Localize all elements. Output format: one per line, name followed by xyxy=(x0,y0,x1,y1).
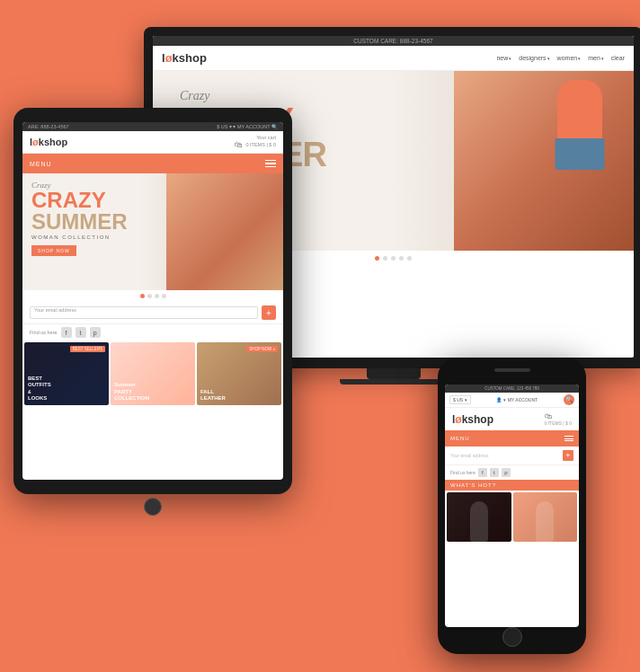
figure-top xyxy=(557,80,602,143)
tablet-hamburger-icon[interactable] xyxy=(265,160,276,168)
dot-2[interactable] xyxy=(383,256,387,261)
desktop-stand xyxy=(367,368,421,379)
product-1-label: BESTOUTFITS&LOOKS xyxy=(28,376,51,402)
phone-product-2-figure xyxy=(513,492,578,542)
product-3-label: FALLLEATHER xyxy=(200,389,226,402)
figure-silhouette-2 xyxy=(536,501,554,542)
nav-new[interactable]: new ▾ xyxy=(496,55,511,61)
facebook-icon[interactable]: f xyxy=(61,327,72,338)
tablet-nav: løkshop Your cart 🛍 0 ITEMS | $ 0 xyxy=(22,131,283,154)
phone-whats-hot: WHAT'S HOT? xyxy=(445,480,579,491)
tablet-subscribe-button[interactable]: + xyxy=(262,305,276,320)
desktop-figure xyxy=(544,80,616,242)
phone-find-us: Find us here f t p xyxy=(445,465,579,480)
phone-products-grid xyxy=(445,491,579,544)
phone-menu-label[interactable]: MENU xyxy=(450,436,470,441)
phone-cart-icon[interactable]: 🛍 xyxy=(545,412,572,420)
figure-shorts xyxy=(556,138,605,170)
tablet-hero: Crazy CRAZY SUMMER WOMAN COLLECTION SHOP… xyxy=(22,173,283,290)
phone-util-bar: $ US ▾ 👤 ▾ MY ACCOUNT 🔍 xyxy=(445,393,579,408)
nav-women[interactable]: women ▾ xyxy=(557,55,582,61)
tablet-cart: Your cart 🛍 0 ITEMS | $ 0 xyxy=(235,135,276,149)
nav-designers[interactable]: designers ▾ xyxy=(519,55,549,61)
phone-screen: CUSTOM CARE: 123 456 789 $ US ▾ 👤 ▾ MY A… xyxy=(445,385,579,627)
tablet-home-button[interactable] xyxy=(144,498,162,516)
phone-twitter-icon[interactable]: t xyxy=(490,468,499,477)
tablet-product-1[interactable]: BESTOUTFITS&LOOKS BEST SELLERS xyxy=(24,342,109,405)
desktop-base xyxy=(340,379,448,385)
phone-logo-row: løkshop 🛍 0 ITEMS | $ 0 xyxy=(445,408,579,430)
desktop-top-bar: CUSTOM CARE: 888-23-4567 xyxy=(153,36,634,46)
tablet-top-bar-left: ARE: 888-23-4567 xyxy=(28,124,69,129)
tablet-carousel-dots xyxy=(22,290,283,302)
tablet-newsletter: Your email address + xyxy=(22,302,283,324)
phone-speaker xyxy=(494,368,530,372)
pinterest-icon[interactable]: p xyxy=(90,327,101,338)
scene: CUSTOM CARE: 888-23-4567 løkshop new ▾ d… xyxy=(0,0,640,672)
tablet-frame: ARE: 888-23-4567 $ US ▾ ▾ MY ACCOUNT 🔍 l… xyxy=(13,108,292,494)
phone-menu-bar: MENU xyxy=(445,430,579,447)
phone-pinterest-icon[interactable]: p xyxy=(502,468,511,477)
phone-hamburger-icon[interactable] xyxy=(564,436,573,441)
tablet-product-3[interactable]: FALLLEATHER SHOP NOW » xyxy=(197,342,281,405)
tablet-find-us: Find us here f t p xyxy=(22,324,283,340)
tab-dot-2[interactable] xyxy=(147,294,152,298)
tablet-screen: ARE: 888-23-4567 $ US ▾ ▾ MY ACCOUNT 🔍 l… xyxy=(22,122,283,480)
phone-currency[interactable]: $ US ▾ xyxy=(449,395,471,404)
phone-newsletter: Your email address + xyxy=(445,447,579,465)
tablet-top-bar-right: $ US ▾ ▾ MY ACCOUNT 🔍 xyxy=(217,124,278,129)
dot-4[interactable] xyxy=(399,256,404,261)
desktop-menu: new ▾ designers ▾ women ▾ men ▾ clear xyxy=(496,55,625,61)
tablet-email-input[interactable]: Your email address xyxy=(30,306,258,319)
tab-dot-1[interactable] xyxy=(140,294,145,298)
phone-search-button[interactable]: 🔍 xyxy=(564,394,574,405)
phone-top-bar: CUSTOM CARE: 123 456 789 xyxy=(445,385,579,393)
phone-facebook-icon[interactable]: f xyxy=(478,468,487,477)
tablet-mockup: ARE: 888-23-4567 $ US ▾ ▾ MY ACCOUNT 🔍 l… xyxy=(13,108,292,494)
phone-product-1[interactable] xyxy=(447,492,511,542)
phone-product-2[interactable] xyxy=(513,492,578,542)
desktop-logo: løkshop xyxy=(162,51,207,65)
tablet-products-grid: BESTOUTFITS&LOOKS BEST SELLERS SummerPAR… xyxy=(22,340,283,407)
phone-account[interactable]: 👤 ▾ MY ACCOUNT xyxy=(496,397,538,402)
nav-men[interactable]: men ▾ xyxy=(588,55,604,61)
tablet-hero-image xyxy=(166,173,283,290)
product-2-label: SummerPARTYCOLLECTION xyxy=(114,382,149,402)
desktop-hero-image xyxy=(454,71,634,251)
tablet-hero-line1: CRAZY xyxy=(31,190,128,211)
dot-1[interactable] xyxy=(375,256,379,261)
dot-5[interactable] xyxy=(407,256,412,261)
tab-dot-3[interactable] xyxy=(155,294,159,298)
tablet-menu-bar: MENU xyxy=(22,154,283,173)
phone-subscribe-button[interactable]: + xyxy=(563,450,573,461)
account-icon: 👤 xyxy=(496,397,502,402)
twitter-icon[interactable]: t xyxy=(76,327,86,338)
tablet-shop-button[interactable]: SHOP NOW xyxy=(31,245,76,256)
product-3-badge[interactable]: SHOP NOW » xyxy=(246,346,278,352)
phone-cart: 🛍 0 ITEMS | $ 0 xyxy=(545,412,572,426)
nav-clear[interactable]: clear xyxy=(611,55,625,61)
phone-email-input[interactable]: Your email address xyxy=(450,453,560,458)
tablet-hero-sub: WOMAN COLLECTION xyxy=(31,234,128,240)
phone-product-1-figure xyxy=(447,492,511,542)
tablet-hero-text: Crazy CRAZY SUMMER WOMAN COLLECTION SHOP… xyxy=(31,181,128,256)
logo-o: ø xyxy=(165,51,173,65)
phone-cart-text: 0 ITEMS | $ 0 xyxy=(545,420,572,426)
phone-mockup: CUSTOM CARE: 123 456 789 $ US ▾ 👤 ▾ MY A… xyxy=(438,358,586,654)
phone-logo: løkshop xyxy=(452,413,493,426)
figure-silhouette-1 xyxy=(470,501,488,542)
product-1-badge: BEST SELLERS xyxy=(70,346,105,352)
tablet-logo: løkshop xyxy=(30,137,67,147)
phone-frame: CUSTOM CARE: 123 456 789 $ US ▾ 👤 ▾ MY A… xyxy=(438,358,586,654)
tablet-product-2[interactable]: SummerPARTYCOLLECTION xyxy=(111,342,195,405)
dot-3[interactable] xyxy=(391,256,396,261)
desktop-nav: løkshop new ▾ designers ▾ women ▾ men ▾ … xyxy=(153,46,634,71)
tab-dot-4[interactable] xyxy=(162,294,166,298)
tablet-hero-line2: SUMMER xyxy=(31,211,128,233)
tablet-top-bar: ARE: 888-23-4567 $ US ▾ ▾ MY ACCOUNT 🔍 xyxy=(22,122,283,131)
tablet-menu-label[interactable]: MENU xyxy=(30,161,52,167)
phone-home-button[interactable] xyxy=(502,627,522,647)
